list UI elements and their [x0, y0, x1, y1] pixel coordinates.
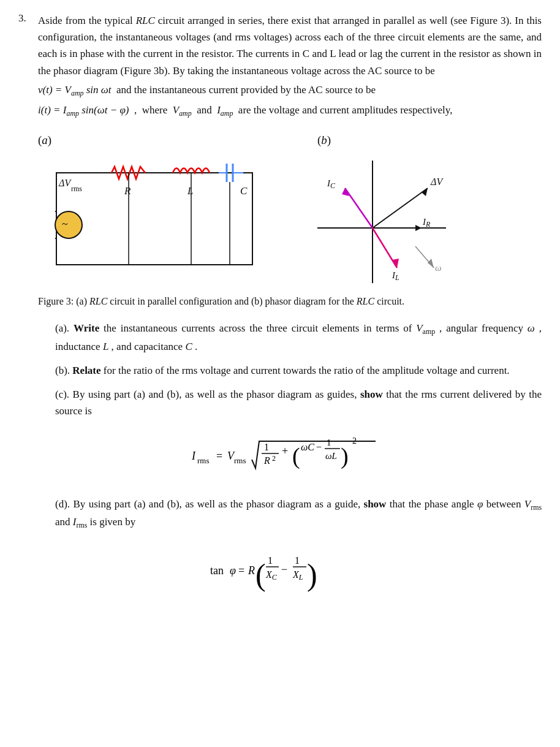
svg-text:−: − [316, 442, 322, 452]
svg-text:IR: IR [422, 217, 431, 229]
svg-text:rms: rms [197, 456, 210, 465]
svg-text:R: R [124, 185, 131, 197]
svg-text:XL: XL [292, 569, 303, 582]
svg-text:(: ( [255, 558, 266, 592]
subquestion-a-label: (a). [55, 322, 74, 334]
svg-text:rms: rms [71, 184, 82, 193]
svg-text:~: ~ [62, 218, 68, 230]
equation-line-2: i(t) = Iamp sin(ωt − φ) , where Vamp and… [38, 102, 542, 119]
svg-text:XC: XC [265, 569, 278, 582]
subquestion-d: (d). By using part (a) and (b), as well … [55, 496, 542, 532]
svg-text:rms: rms [234, 456, 246, 465]
figure-b: (b) ΔV IR [299, 131, 542, 289]
subquestion-c: (c). By using part (a) and (b), as well … [55, 386, 542, 419]
intro-paragraph: Aside from the typical RLC circuit arran… [38, 12, 542, 79]
svg-text:C: C [240, 185, 248, 197]
subquestion-d-label: (d). [55, 498, 73, 510]
equation-line-1: v(t) = Vamp sin ωt and the instantaneous… [38, 82, 542, 99]
svg-text:1: 1 [327, 438, 331, 447]
svg-text:=: = [238, 564, 244, 577]
figures-row: (a) ΔV rms ~ [38, 131, 542, 289]
svg-text:+: + [282, 445, 288, 457]
subquestion-d-text1: By using part (a) and (b), as well as th… [73, 498, 363, 510]
subquestion-c-text1: By using part (a) and (b), as well as th… [73, 389, 360, 400]
figure-caption: Figure 3: (a) RLC circuit in parallel co… [38, 294, 542, 309]
figure-a: (a) ΔV rms ~ [38, 131, 281, 283]
subquestion-d-bold: show [364, 498, 387, 510]
circuit-diagram-a: ΔV rms ~ [38, 154, 265, 283]
subquestion-a: (a). Write the instantaneous currents ac… [55, 320, 542, 355]
svg-point-3 [55, 211, 82, 238]
formula-c: I rms = V rms 1 R 2 [38, 430, 542, 484]
svg-text:ω: ω [435, 263, 442, 273]
svg-text:I: I [191, 450, 196, 462]
svg-marker-28 [422, 188, 428, 196]
subquestion-b-text: for the ratio of the rms voltage and cur… [104, 365, 510, 376]
svg-text:ωC: ωC [301, 442, 314, 452]
svg-text:tan: tan [210, 564, 224, 577]
svg-line-27 [373, 188, 428, 228]
svg-text:(: ( [292, 443, 300, 469]
svg-text:): ) [307, 558, 317, 592]
svg-text:2: 2 [352, 436, 357, 446]
svg-marker-40 [428, 259, 434, 268]
svg-text:ΔV: ΔV [430, 176, 444, 187]
svg-text:φ: φ [230, 564, 236, 577]
svg-text:L: L [187, 185, 193, 197]
svg-marker-31 [415, 225, 422, 231]
problem-body: Aside from the typical RLC circuit arran… [38, 12, 542, 614]
subquestion-b-bold: Relate [72, 365, 100, 376]
svg-text:ΔV: ΔV [58, 178, 72, 188]
subquestion-b-label: (b). [55, 365, 72, 376]
svg-text:=: = [216, 450, 222, 462]
svg-text:): ) [341, 443, 349, 469]
svg-text:IC: IC [327, 178, 336, 190]
phasor-diagram-b: ΔV IR IC IL ω [299, 154, 458, 283]
svg-text:R: R [263, 455, 270, 466]
svg-text:1: 1 [264, 442, 269, 452]
subquestion-c-label: (c). [55, 389, 73, 400]
svg-rect-0 [56, 173, 252, 265]
svg-text:IL: IL [392, 270, 399, 282]
svg-text:ωL: ωL [325, 451, 337, 461]
formula-d-svg: tan φ = R ( 1 XC − 1 XL ) [204, 542, 376, 597]
svg-text:1: 1 [295, 555, 300, 566]
subquestion-a-text: the instantaneous currents across the th… [55, 322, 542, 352]
problem-number-label: 3. [18, 12, 33, 25]
subquestion-b: (b). Relate for the ratio of the rms vol… [55, 362, 542, 379]
formula-c-svg: I rms = V rms 1 R 2 [186, 430, 394, 479]
subquestion-a-bold: Write [74, 322, 99, 334]
problem-3: 3. Aside from the typical RLC circuit ar… [18, 12, 542, 614]
svg-text:−: − [281, 563, 287, 575]
figure-a-label: (a) [38, 131, 281, 150]
formula-d: tan φ = R ( 1 XC − 1 XL ) [38, 542, 542, 602]
subquestion-c-bold: show [360, 389, 383, 400]
svg-text:2: 2 [272, 454, 276, 463]
svg-line-33 [345, 188, 373, 228]
svg-text:1: 1 [268, 555, 273, 566]
figure-b-label: (b) [317, 131, 542, 150]
svg-text:R: R [248, 564, 255, 577]
